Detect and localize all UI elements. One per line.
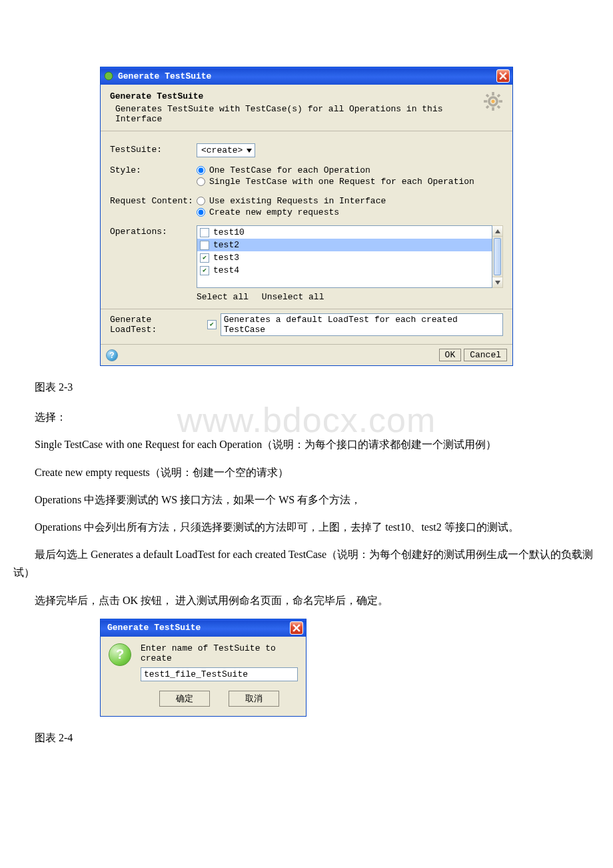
cancel-button[interactable]: Cancel — [464, 349, 507, 361]
generate-loadtest-text: Generates a default LoadTest for each cr… — [221, 313, 503, 336]
body-text: Operations 中会列出所有方法，只须选择要测试的方法即可，上图，去掉了 … — [13, 518, 600, 536]
reqcontent-radio-new[interactable] — [197, 208, 205, 217]
app-icon — [103, 71, 114, 81]
cancel-button[interactable]: 取消 — [229, 691, 279, 707]
style-radio-single[interactable] — [197, 177, 205, 186]
body-text: Single TestCase with one Request for eac… — [13, 435, 600, 453]
name-prompt: Enter name of TestSuite to create — [141, 643, 298, 663]
name-testsuite-dialog: Generate TestSuite ? Enter name of TestS… — [100, 619, 306, 717]
dialog-titlebar: Generate TestSuite — [101, 67, 512, 85]
checkbox-icon[interactable] — [200, 266, 209, 275]
chevron-down-icon — [247, 149, 252, 153]
dialog-titlebar: Generate TestSuite — [101, 619, 306, 637]
svg-rect-4 — [484, 100, 487, 103]
svg-rect-8 — [486, 105, 490, 109]
style-radio-each[interactable] — [197, 166, 205, 175]
generate-loadtest-label: Generate LoadTest: — [110, 315, 202, 335]
svg-rect-2 — [492, 92, 494, 95]
style-option-single-label: Single TestCase with one Request for eac… — [209, 177, 474, 187]
header-title: Generate TestSuite — [110, 91, 483, 101]
scroll-thumb[interactable] — [494, 238, 501, 275]
header-description: Generates TestSuite with TestCase(s) for… — [115, 104, 483, 124]
body-text: Create new empty requests（说明：创建一个空的请求） — [13, 463, 600, 481]
operations-item[interactable]: test2 — [197, 239, 492, 251]
dialog-title: Generate TestSuite — [103, 623, 290, 633]
ok-button[interactable]: 确定 — [159, 691, 210, 707]
testsuite-name-input[interactable] — [141, 667, 298, 681]
style-label: Style: — [110, 164, 197, 175]
checkbox-icon[interactable] — [200, 228, 209, 237]
operations-item[interactable]: test3 — [197, 251, 492, 264]
svg-rect-5 — [499, 100, 502, 103]
reqcontent-radio-existing[interactable] — [197, 197, 205, 205]
arrow-up-icon — [495, 229, 500, 233]
generate-testsuite-dialog: Generate TestSuite Generate TestSuite Ge… — [100, 67, 513, 366]
gear-icon — [483, 91, 503, 111]
style-option-each-label: One TestCase for each Operation — [209, 165, 370, 175]
operations-listbox[interactable]: test10 test2 test3 — [197, 225, 492, 288]
operations-scrollbar[interactable] — [492, 225, 503, 288]
divider — [101, 309, 512, 309]
help-icon[interactable]: ? — [106, 349, 118, 361]
close-button[interactable] — [290, 621, 303, 635]
operations-item-label: test4 — [213, 265, 239, 275]
request-content-label: Request Content: — [110, 195, 197, 206]
body-text: 选择完毕后，点击 OK 按钮， 进入测试用例命名页面，命名完毕后，确定。 — [13, 591, 600, 609]
checkbox-icon[interactable] — [200, 253, 209, 263]
testsuite-combo[interactable]: <create> — [197, 143, 255, 157]
figure-caption: 图表 2-4 — [13, 729, 600, 747]
operations-label: Operations: — [110, 225, 197, 237]
question-icon: ? — [109, 643, 131, 666]
body-text: 选择： — [13, 408, 600, 426]
body-text: Operations 中选择要测试的 WS 接口方法，如果一个 WS 有多个方法… — [13, 491, 600, 509]
svg-point-0 — [105, 72, 113, 80]
operations-item-label: test2 — [213, 240, 239, 250]
reqcontent-option-existing[interactable]: Use existing Requests in Interface — [197, 196, 503, 206]
checkbox-icon[interactable] — [200, 241, 209, 250]
close-button[interactable] — [496, 69, 510, 83]
select-all-link[interactable]: Select all — [197, 292, 249, 302]
scroll-up-button[interactable] — [492, 226, 502, 237]
scroll-down-button[interactable] — [492, 277, 502, 287]
svg-rect-3 — [492, 107, 494, 111]
svg-rect-7 — [497, 94, 501, 98]
dialog-bottombar: ? OK Cancel — [101, 344, 512, 365]
operations-item[interactable]: test10 — [197, 226, 492, 239]
arrow-down-icon — [495, 281, 500, 285]
figure-caption: 图表 2-3 — [13, 378, 600, 396]
svg-rect-9 — [497, 105, 501, 109]
operations-item-label: test10 — [213, 227, 245, 237]
dialog-header: Generate TestSuite Generates TestSuite w… — [101, 85, 512, 131]
reqcontent-new-label: Create new empty requests — [209, 207, 339, 217]
ok-button[interactable]: OK — [439, 349, 462, 361]
unselect-all-link[interactable]: Unselect all — [262, 292, 324, 302]
testsuite-label: TestSuite: — [110, 143, 197, 155]
operations-item[interactable]: test4 — [197, 264, 492, 277]
svg-rect-6 — [486, 94, 490, 98]
style-option-each[interactable]: One TestCase for each Operation — [197, 165, 503, 175]
testsuite-combo-value: <create> — [201, 145, 243, 155]
style-option-single[interactable]: Single TestCase with one Request for eac… — [197, 177, 503, 187]
reqcontent-existing-label: Use existing Requests in Interface — [209, 196, 386, 206]
generate-loadtest-checkbox[interactable] — [207, 320, 217, 329]
dialog-title: Generate TestSuite — [118, 71, 496, 81]
operations-item-label: test3 — [213, 253, 239, 263]
reqcontent-option-new[interactable]: Create new empty requests — [197, 207, 503, 217]
svg-point-10 — [491, 99, 494, 103]
body-text: 最后勾选上 Generates a default LoadTest for e… — [13, 545, 600, 581]
